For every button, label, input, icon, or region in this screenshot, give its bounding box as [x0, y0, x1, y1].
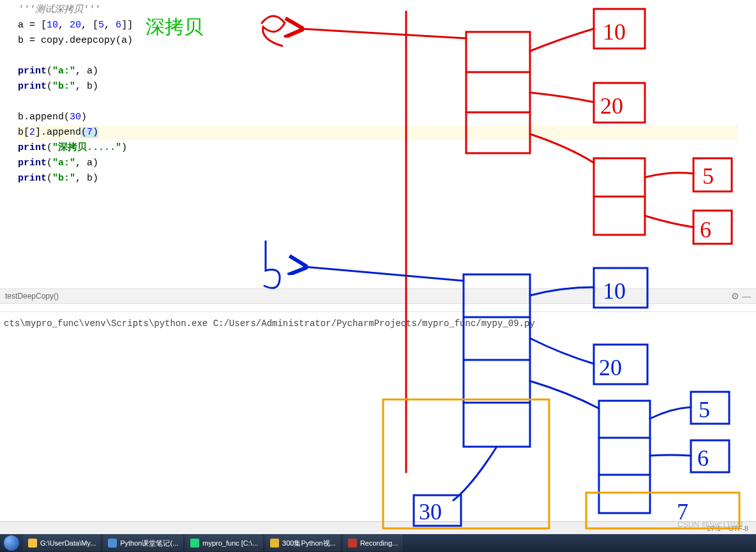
taskbar-item[interactable]: mypro_func [C:\... — [185, 535, 264, 551]
run-console[interactable]: cts\mypro_func\venv\Scripts\python.exe C… — [0, 311, 756, 535]
status-bar: UTF-8 27:1 — [0, 521, 756, 534]
code-editor[interactable]: '''测试深拷贝''' a = [10, 20, [5, 6]] b = cop… — [0, 0, 756, 287]
taskbar-item[interactable]: G:\UserData\My... — [23, 535, 102, 551]
code-line: print("b:", b) — [18, 171, 738, 186]
annotation-label-deepcopy: 深拷贝 — [146, 14, 203, 40]
code-line: a = [10, 20, [5, 6]] — [18, 18, 738, 33]
code-line: print("b:", b) — [18, 79, 738, 94]
code-line: '''测试深拷贝''' — [18, 3, 738, 18]
taskbar[interactable]: G:\UserData\My... Python课堂笔记(... mypro_f… — [0, 534, 756, 552]
breadcrumb[interactable]: testDeepCopy() ⚙ — — [0, 288, 756, 304]
app-icon — [108, 539, 117, 548]
taskbar-item[interactable]: 300集Python视... — [265, 535, 342, 551]
pycharm-icon — [190, 539, 199, 548]
code-line: print("a:", a) — [18, 64, 738, 79]
code-line: print("深拷贝.....") — [18, 140, 738, 156]
start-button[interactable] — [4, 535, 19, 551]
record-icon — [348, 539, 357, 548]
taskbar-item[interactable]: Python课堂笔记(... — [103, 535, 184, 551]
panel-tools[interactable]: ⚙ — — [731, 291, 751, 301]
breadcrumb-text: testDeepCopy() — [5, 292, 59, 301]
console-line: cts\mypro_func\venv\Scripts\python.exe C… — [4, 318, 752, 329]
code-line-highlighted: b[2].append(7) — [18, 125, 738, 140]
code-line — [18, 48, 738, 64]
video-icon — [270, 539, 279, 548]
watermark: CSDN @Syc11024 — [677, 520, 743, 529]
code-line: b = copy.deepcopy(a) — [18, 33, 738, 48]
taskbar-item[interactable]: Recording... — [343, 535, 404, 551]
folder-icon — [28, 539, 37, 548]
code-line: b.append(30) — [18, 110, 738, 125]
code-line — [18, 94, 738, 110]
code-line: print("a:", a) — [18, 156, 738, 171]
